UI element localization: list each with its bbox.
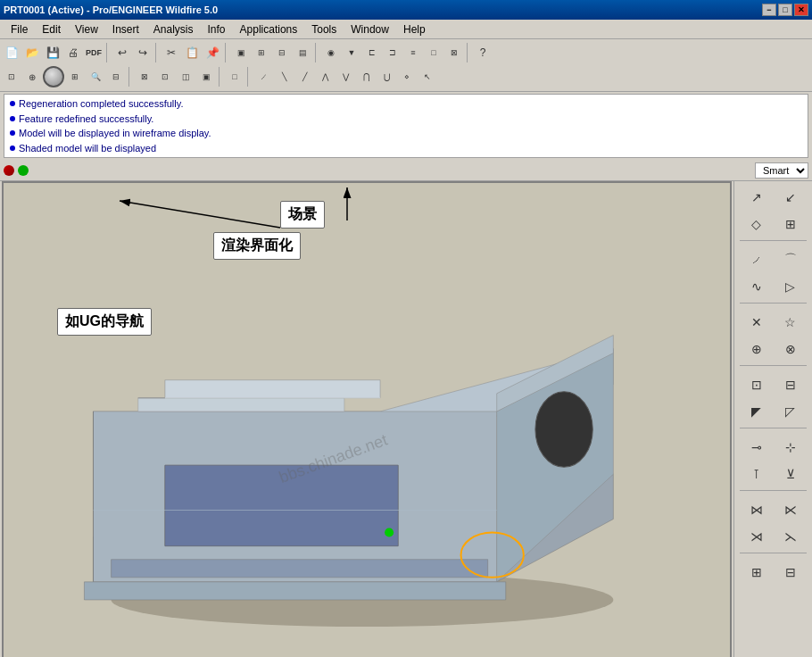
datum-button[interactable]: ◉ — [321, 43, 341, 62]
svg-marker-11 — [112, 560, 488, 578]
rt-btn-analysis[interactable]: ⋈ — [741, 497, 773, 522]
rt-btn-constrain[interactable]: ⊹ — [775, 435, 807, 460]
rt-row-3: ⟋ ⌒ — [736, 247, 810, 272]
menu-help[interactable]: Help — [396, 21, 433, 37]
zoom-in-button[interactable]: 🔍 — [86, 67, 105, 87]
display-style1[interactable]: □ — [225, 67, 244, 87]
rt-row-7: ⊡ ⊟ — [736, 372, 810, 397]
rt-btn-spin[interactable]: ↗ — [741, 185, 773, 210]
undo-button[interactable]: ↩ — [112, 43, 132, 62]
rt-btn-grid2[interactable]: ⊟ — [775, 560, 807, 585]
rt-btn-fillet[interactable]: ◸ — [775, 399, 807, 424]
rt-btn-tools2[interactable]: ⊻ — [775, 462, 807, 487]
menu-insert[interactable]: Insert — [105, 21, 146, 37]
title-bar: PRT0001 (Active) - Pro/ENGINEER Wildfire… — [0, 0, 812, 20]
layers-button[interactable]: ≡ — [403, 43, 423, 62]
redo-button[interactable]: ↪ — [133, 43, 153, 62]
feature-button[interactable]: ⊟ — [272, 43, 292, 62]
zoom-area-button[interactable]: ⊟ — [106, 67, 126, 87]
pdf-button[interactable]: PDF — [84, 43, 104, 62]
disp-button[interactable]: □ — [424, 43, 443, 62]
zoom-out-button[interactable]: ⊕ — [22, 67, 42, 87]
wireframe-button[interactable]: ⊞ — [65, 67, 85, 87]
rt-sep-1 — [740, 240, 807, 244]
view-orient-button[interactable]: ⊡ — [155, 67, 175, 87]
title-text: PRT0001 (Active) - Pro/ENGINEER Wildfire… — [4, 4, 218, 15]
copy-button[interactable]: 📋 — [182, 43, 202, 62]
rt-row-10: ⊺ ⊻ — [736, 462, 810, 487]
cursor-btn[interactable]: ↖ — [418, 67, 437, 87]
repaint-button[interactable]: ▣ — [231, 43, 251, 62]
sketch-btn3[interactable]: ╱ — [294, 67, 314, 87]
rt-btn-solid[interactable]: ⋋ — [775, 524, 807, 549]
rt-btn-palette[interactable]: ⊺ — [741, 462, 773, 487]
close-button[interactable]: ✕ — [794, 4, 808, 16]
spin-button[interactable]: ⊡ — [2, 67, 21, 87]
menu-edit[interactable]: Edit — [35, 21, 68, 37]
rt-btn-rect[interactable]: ▷ — [775, 274, 807, 299]
refit-button[interactable]: ⊞ — [252, 43, 271, 62]
sketch-btn7[interactable]: ⋃ — [377, 67, 396, 87]
save-button[interactable]: 💾 — [43, 43, 62, 62]
msg-text-2: Feature redefined successfully. — [19, 112, 153, 127]
sketch-btn1[interactable]: ⟋ — [253, 67, 273, 87]
rt-btn-grid[interactable]: ⊞ — [741, 560, 773, 585]
menu-info[interactable]: Info — [201, 21, 233, 37]
new-button[interactable]: 📄 — [2, 43, 21, 62]
shading-button[interactable] — [43, 66, 64, 87]
cut-button[interactable]: ✂ — [162, 43, 181, 62]
menu-view[interactable]: View — [68, 21, 105, 37]
paste-button[interactable]: 📌 — [203, 43, 222, 62]
sketch-btn8[interactable]: ⋄ — [397, 67, 417, 87]
rt-btn-measure[interactable]: ⋉ — [775, 497, 807, 522]
smart-select[interactable]: Smart — [755, 162, 808, 179]
svg-point-14 — [535, 392, 592, 467]
rt-sep-6 — [740, 553, 807, 556]
menu-analysis[interactable]: Analysis — [146, 21, 201, 37]
rt-btn-star[interactable]: ☆ — [775, 310, 807, 335]
rt-btn-copy2[interactable]: ⊗ — [775, 337, 807, 362]
rt-sep-2 — [740, 303, 807, 306]
rt-btn-fit[interactable]: ⊞ — [775, 212, 807, 237]
shrinkwrap-button[interactable]: ⊠ — [444, 43, 464, 62]
rt-btn-move[interactable]: ⊕ — [741, 337, 773, 362]
rt-btn-extend[interactable]: ⊟ — [775, 372, 807, 397]
sketch-btn5[interactable]: ⋁ — [336, 67, 355, 87]
rt-btn-cross[interactable]: ✕ — [741, 310, 773, 335]
view-save-button[interactable]: ◫ — [176, 67, 195, 87]
menu-applications[interactable]: Applications — [233, 21, 305, 37]
viewport[interactable]: bbs.chinade.net 场景 渲染界面化 如UG的导航 — [2, 181, 732, 657]
menu-window[interactable]: Window — [344, 21, 396, 37]
rt-btn-chamfer[interactable]: ◤ — [741, 399, 773, 424]
view-indicator-green — [18, 165, 29, 176]
rt-btn-surface[interactable]: ⋊ — [741, 524, 773, 549]
msg-text-4: Shaded model will be displayed — [19, 141, 156, 156]
menu-tools[interactable]: Tools — [304, 21, 344, 37]
rt-btn-spline[interactable]: ∿ — [741, 274, 773, 299]
open-button[interactable]: 📂 — [22, 43, 42, 62]
param-button[interactable]: ⊐ — [383, 43, 402, 62]
rt-btn-trim[interactable]: ⊡ — [741, 372, 773, 397]
arrow-down[interactable]: ▼ — [342, 43, 361, 62]
rt-btn-line[interactable]: ⟋ — [741, 247, 773, 272]
menu-file[interactable]: File — [4, 21, 35, 37]
print-button[interactable]: 🖨 — [63, 43, 83, 62]
minimize-button[interactable]: − — [762, 4, 776, 16]
annotation-navigation-text: 如UG的导航 — [65, 313, 144, 328]
rt-btn-pan[interactable]: ◇ — [741, 212, 773, 237]
sketch-btn4[interactable]: ⋀ — [315, 67, 335, 87]
toolbar-separator-6 — [128, 67, 132, 87]
relations-button[interactable]: ⊏ — [362, 43, 382, 62]
suppress-button[interactable]: ▤ — [293, 43, 312, 62]
annotation-scene: 场景 — [280, 201, 325, 229]
rt-btn-dim[interactable]: ⊸ — [741, 435, 773, 460]
maximize-button[interactable]: □ — [778, 4, 792, 16]
view-3d-button[interactable]: ▣ — [196, 67, 216, 87]
help-button[interactable]: ? — [473, 43, 493, 62]
toolbar-separator-3 — [225, 43, 228, 62]
rt-btn-zoom[interactable]: ↙ — [775, 185, 807, 210]
view-std-button[interactable]: ⊠ — [135, 67, 154, 87]
rt-btn-arc[interactable]: ⌒ — [775, 247, 807, 272]
sketch-btn2[interactable]: ╲ — [274, 67, 294, 87]
sketch-btn6[interactable]: ⋂ — [356, 67, 376, 87]
